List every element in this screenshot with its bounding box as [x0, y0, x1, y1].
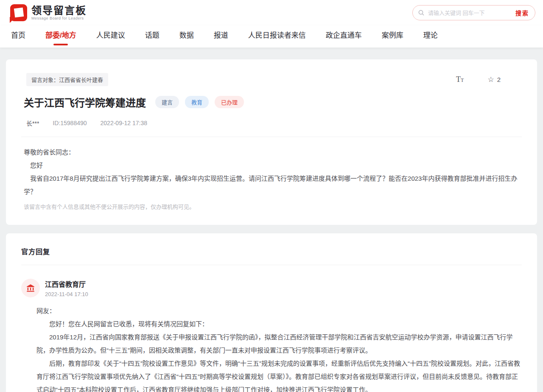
reply-time: 2022-11-04 17:10 — [45, 291, 88, 297]
reply-paragraph: 2019年12月，江西省向国家教育部报送《关于申报设置江西飞行学院的函》，拟整合… — [36, 330, 522, 357]
tag-education[interactable]: 教育 — [185, 96, 209, 108]
message-divider — [21, 137, 522, 137]
privacy-note: 该留言中含有个人信息或其他不便公开展示的内容，仅办理机构可见。 — [24, 202, 522, 210]
logo-text: 领导留言板 Message Board for Leaders — [31, 5, 87, 20]
logo-title: 领导留言板 — [31, 5, 87, 16]
message-tools: TT ☆ 2 — [456, 75, 501, 84]
message-paragraph: 我省自2017年8月研究提出江西飞行学院筹建方案，确保3年内实现招生运营。请问江… — [24, 172, 522, 198]
message-paragraph: 尊敬的省长同志： — [24, 146, 522, 159]
reply-agency-row: 江西省教育厅 2022-11-04 17:10 — [21, 279, 522, 297]
message-author: 长*** — [26, 119, 39, 127]
nav-item-ministries-local[interactable]: 部委/地方 — [45, 25, 76, 48]
status-badge-handled: 已办理 — [215, 96, 244, 108]
reply-agency-name: 江西省教育厅 — [45, 279, 88, 289]
reply-body: 网友： 您好！您在人民网留言已收悉，现将有关情况回复如下： 2019年12月，江… — [36, 304, 522, 392]
message-id: ID:15988490 — [53, 120, 87, 126]
favorite-count: 2 — [497, 76, 501, 83]
font-size-toggle-large: T — [456, 75, 461, 84]
reply-paragraph: 网友： — [36, 304, 522, 317]
message-title: 关于江西飞行学院筹建进度 — [24, 95, 146, 109]
reply-section-title: 官方回复 — [21, 246, 522, 256]
nav-item-gov-enterprise-express[interactable]: 政企直通车 — [326, 25, 362, 48]
nav-item-reports[interactable]: 报道 — [214, 25, 228, 48]
star-icon: ☆ — [487, 76, 494, 83]
nav-item-topics[interactable]: 话题 — [145, 25, 160, 48]
logo-subtitle: Message Board for Leaders — [31, 16, 87, 20]
font-size-toggle-small: T — [461, 77, 464, 83]
nav-item-case-library[interactable]: 案例库 — [382, 25, 403, 48]
reply-agency-info: 江西省教育厅 2022-11-04 17:10 — [45, 279, 88, 297]
nav-item-theory[interactable]: 理论 — [423, 25, 438, 48]
message-title-row: 关于江西飞行学院筹建进度 建言 教育 已办理 — [24, 95, 522, 109]
message-card: 留言对象：江西省省长叶建春 TT ☆ 2 关于江西飞行学院筹建进度 建言 教育 … — [6, 59, 537, 225]
message-body: 尊敬的省长同志： 您好 我省自2017年8月研究提出江西飞行学院筹建方案，确保3… — [24, 146, 522, 198]
nav-item-home[interactable]: 首页 — [11, 25, 25, 48]
main-nav: 首页 部委/地方 人民建议 话题 数据 报道 人民日报读者来信 政企直通车 案例… — [0, 25, 543, 48]
message-target-chip: 留言对象：江西省省长叶建春 — [26, 73, 108, 86]
message-time: 2022-09-12 17:38 — [101, 120, 148, 126]
favorite-button[interactable]: ☆ 2 — [487, 76, 501, 83]
tag-suggestion[interactable]: 建言 — [155, 96, 179, 108]
reply-paragraph: 后期，教育部印发《关于“十四五”院校设置工作意见》等文件，明确“十三五”规划未完… — [36, 357, 522, 392]
reply-divider — [21, 265, 522, 265]
site-logo[interactable]: 领导留言板 Message Board for Leaders — [10, 4, 87, 21]
top-header: 领导留言板 Message Board for Leaders 搜索 — [0, 0, 543, 25]
page-content: 留言对象：江西省省长叶建春 TT ☆ 2 关于江西飞行学院筹建进度 建言 教育 … — [0, 48, 543, 392]
font-size-toggle[interactable]: TT — [456, 75, 464, 84]
logo-speech-tail — [10, 17, 16, 23]
search-button[interactable]: 搜索 — [515, 8, 529, 17]
message-meta: 长*** ID:15988490 2022-09-12 17:38 — [26, 119, 522, 127]
message-card-top: 留言对象：江西省省长叶建春 TT ☆ 2 — [21, 73, 522, 86]
message-paragraph: 您好 — [24, 159, 522, 172]
logo-icon — [10, 4, 27, 21]
nav-item-data[interactable]: 数据 — [179, 25, 194, 48]
logo-inner-square — [14, 8, 24, 17]
search-box: 搜索 — [412, 5, 535, 20]
search-input[interactable] — [428, 10, 515, 16]
government-building-icon — [21, 279, 40, 297]
nav-item-peoples-suggestions[interactable]: 人民建议 — [96, 25, 125, 48]
nav-item-readers-letters[interactable]: 人民日报读者来信 — [248, 25, 306, 48]
search-icon — [418, 9, 425, 16]
official-reply-card: 官方回复 江西省教育厅 2022-11-04 17:10 网友： 您好！您在人民… — [6, 233, 537, 392]
reply-paragraph: 您好！您在人民网留言已收悉，现将有关情况回复如下： — [36, 317, 522, 330]
